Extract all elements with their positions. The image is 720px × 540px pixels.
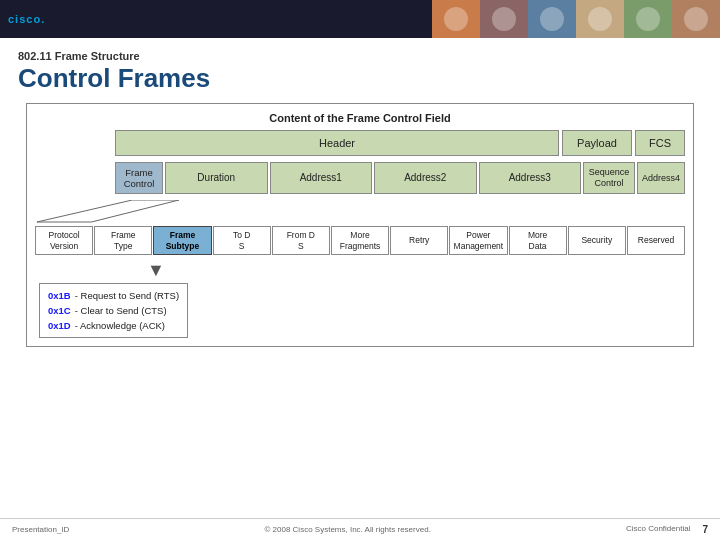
legend-code-1: 0x1B [48, 288, 71, 303]
header-bar: cisco. [0, 0, 720, 38]
legend-entry-3: 0x1D - Acknowledge (ACK) [48, 318, 179, 333]
sequence-block: SequenceControl [583, 162, 635, 195]
fc-frame-subtype: FrameSubtype [153, 226, 211, 254]
diagram-container: Content of the Frame Control Field Heade… [26, 103, 694, 348]
fc-frame-type: FrameType [94, 226, 152, 254]
person-4 [576, 0, 624, 38]
down-arrow: ▼ [35, 261, 685, 279]
cisco-logo: cisco. [8, 13, 45, 25]
address4-block: Address4 [637, 162, 685, 195]
person-1 [432, 0, 480, 38]
slide-subtitle: 802.11 Frame Structure [18, 50, 702, 62]
legend-entry-2: 0x1C - Clear to Send (CTS) [48, 303, 179, 318]
footer-page-number: 7 [702, 524, 708, 535]
legend-desc-1: - Request to Send (RTS) [75, 288, 179, 303]
footer: Presentation_ID © 2008 Cisco Systems, In… [0, 518, 720, 540]
legend-entry-1: 0x1B - Request to Send (RTS) [48, 288, 179, 303]
fc-reserved: Reserved [627, 226, 685, 254]
fcs-block: FCS [635, 130, 685, 156]
row1-spacer [35, 130, 115, 156]
frame-control-block: FrameControl [115, 162, 163, 195]
duration-block: Duration [165, 162, 268, 195]
fc-power-management: PowerManagement [449, 226, 507, 254]
fc-tods: To DS [213, 226, 271, 254]
svg-line-1 [91, 200, 179, 222]
fc-fromds: From DS [272, 226, 330, 254]
connector-svg [35, 200, 685, 224]
person-6 [672, 0, 720, 38]
frame-row1: Header Payload FCS [35, 130, 685, 156]
person-3 [528, 0, 576, 38]
connector-area [35, 200, 685, 224]
fc-more-data: MoreData [509, 226, 567, 254]
slide-title: Control Frames [18, 64, 702, 93]
row2-inner: FrameControl Duration Address1 Address2 … [115, 162, 685, 195]
person-2 [480, 0, 528, 38]
row2-spacer [35, 162, 115, 195]
main-content: 802.11 Frame Structure Control Frames Co… [0, 38, 720, 353]
header-block: Header [115, 130, 559, 156]
footer-confidential: Cisco Confidential [626, 524, 690, 535]
fc-protocol-version: ProtocolVersion [35, 226, 93, 254]
fc-security: Security [568, 226, 626, 254]
legend-desc-2: - Clear to Send (CTS) [75, 303, 167, 318]
fc-retry: Retry [390, 226, 448, 254]
legend-desc-3: - Acknowledge (ACK) [75, 318, 165, 333]
address1-block: Address1 [270, 162, 373, 195]
fc-more-fragments: MoreFragments [331, 226, 389, 254]
legend-code-3: 0x1D [48, 318, 71, 333]
frame-row2: FrameControl Duration Address1 Address2 … [35, 162, 685, 195]
footer-right: Cisco Confidential 7 [626, 524, 708, 535]
person-5 [624, 0, 672, 38]
address2-block: Address2 [374, 162, 477, 195]
footer-copyright: © 2008 Cisco Systems, Inc. All rights re… [264, 525, 430, 534]
footer-presentation: Presentation_ID [12, 525, 69, 534]
legend-box: 0x1B - Request to Send (RTS) 0x1C - Clea… [39, 283, 188, 339]
diagram-title: Content of the Frame Control Field [35, 112, 685, 124]
legend-code-2: 0x1C [48, 303, 71, 318]
svg-line-0 [37, 200, 132, 222]
frame-row3: ProtocolVersion FrameType FrameSubtype T… [35, 226, 685, 254]
payload-block: Payload [562, 130, 632, 156]
address3-block: Address3 [479, 162, 582, 195]
header-people [432, 0, 720, 38]
